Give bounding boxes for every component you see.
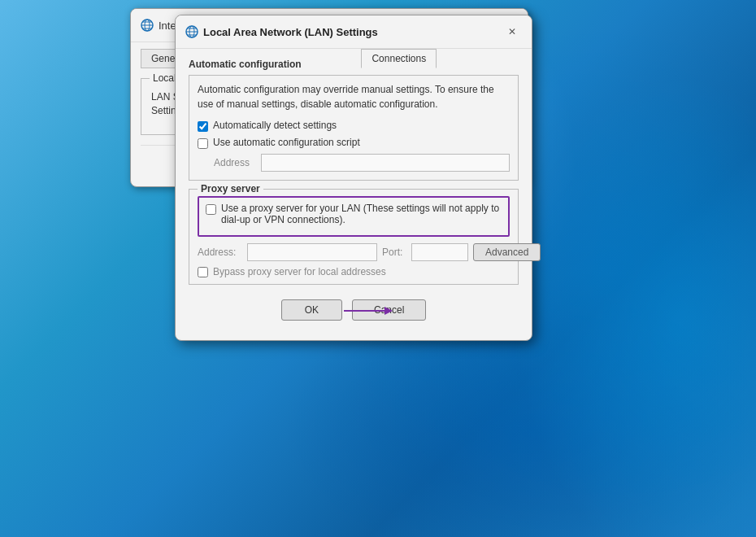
inner-dialog-title-area: Local Area Network (LAN) Settings [185, 25, 378, 38]
auto-detect-checkbox[interactable] [198, 121, 208, 132]
globe-icon [141, 19, 154, 32]
proxy-address-label: Address: [198, 247, 242, 258]
use-script-row: Use automatic configuration script [198, 137, 510, 149]
proxy-checkbox-row: Use a proxy server for your LAN (These s… [206, 203, 502, 225]
proxy-section-label: Proxy server [198, 183, 263, 194]
bypass-row: Bypass proxy server for local addresses [198, 266, 510, 277]
address-row: Address [214, 154, 510, 172]
advanced-button[interactable]: Advanced [473, 243, 541, 261]
inner-dialog-content: Automatic configuration Automatic config… [176, 49, 532, 340]
proxy-server-label: Use a proxy server for your LAN (These s… [221, 203, 502, 225]
inner-dialog-title: Local Area Network (LAN) Settings [203, 26, 378, 38]
use-script-checkbox[interactable] [198, 138, 208, 149]
inner-ok-button[interactable]: OK [281, 299, 342, 321]
proxy-server-section: Proxy server Use a proxy server for your… [189, 189, 519, 285]
inner-dialog-titlebar: Local Area Network (LAN) Settings ✕ [176, 15, 532, 49]
lan-settings-dialog: Local Area Network (LAN) Settings ✕ Auto… [175, 15, 532, 341]
proxy-highlighted-box: Use a proxy server for your LAN (These s… [198, 196, 510, 237]
auto-detect-row: Automatically detect settings [198, 120, 510, 132]
bypass-checkbox[interactable] [198, 267, 208, 277]
proxy-port-input[interactable] [411, 243, 468, 261]
inner-close-button[interactable]: ✕ [502, 22, 522, 41]
proxy-port-label: Port: [382, 247, 406, 258]
svg-marker-11 [385, 307, 393, 315]
auto-config-section-label: Automatic configuration [189, 59, 519, 70]
auto-detect-label: Automatically detect settings [213, 120, 337, 131]
auto-config-description: Automatic configuration may override man… [198, 82, 510, 111]
address-label: Address [214, 157, 254, 168]
auto-config-section: Automatic configuration may override man… [189, 75, 519, 181]
address-input[interactable] [261, 154, 510, 172]
bypass-label: Bypass proxy server for local addresses [213, 266, 386, 277]
inner-dialog-buttons: OK Cancel [189, 291, 519, 330]
proxy-server-checkbox[interactable] [206, 204, 216, 215]
inner-globe-icon [185, 25, 198, 38]
proxy-address-input[interactable] [247, 243, 377, 261]
use-script-label: Use automatic configuration script [213, 137, 360, 148]
tab-connections[interactable]: Connections [361, 49, 437, 68]
proxy-address-port-row: Address: Port: Advanced [198, 243, 510, 261]
arrow-indicator [344, 303, 393, 319]
